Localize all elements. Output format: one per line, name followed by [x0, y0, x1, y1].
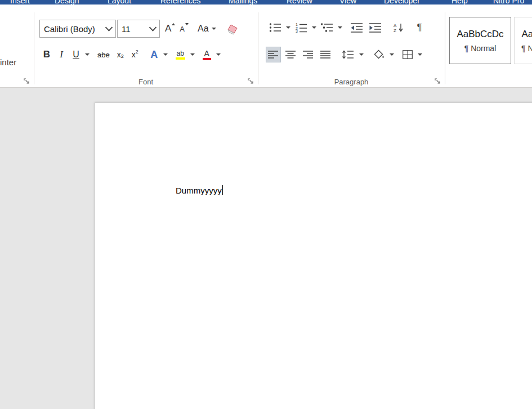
bullets-button[interactable]	[267, 20, 284, 35]
dialog-launcher-icon	[435, 78, 441, 84]
font-color-letter: A	[204, 50, 209, 57]
tab-help[interactable]: Help	[451, 0, 468, 5]
line-spacing-dropdown-arrow-icon[interactable]	[359, 53, 364, 56]
italic-button[interactable]: I	[55, 47, 68, 62]
tab-insert[interactable]: Insert	[10, 0, 30, 5]
text-effects-dropdown-arrow-icon[interactable]	[163, 53, 168, 56]
subscript-button[interactable]: x2	[114, 47, 127, 62]
style-name: ¶ No Spacing	[521, 44, 532, 53]
numbered-list-icon: 123	[295, 23, 307, 33]
font-color-bar	[203, 58, 211, 60]
text-highlight-button[interactable]: ab	[173, 47, 187, 62]
svg-text:Z: Z	[394, 28, 396, 33]
tab-references[interactable]: References	[160, 0, 201, 5]
paragraph-group-label: Paragraph	[258, 78, 445, 86]
style-name: ¶ Normal	[464, 44, 497, 53]
highlight-letters: ab	[177, 50, 184, 57]
chevron-down-icon[interactable]	[146, 26, 159, 32]
shrink-font-button[interactable]: A	[177, 21, 191, 37]
tab-review[interactable]: Review	[287, 0, 312, 5]
multilevel-list-icon	[321, 23, 333, 33]
chevron-down-icon[interactable]	[102, 26, 115, 32]
clipboard-dialog-launcher[interactable]	[23, 78, 30, 84]
paragraph-dialog-launcher[interactable]	[434, 78, 441, 84]
multilevel-list-button[interactable]	[319, 20, 336, 35]
shading-button[interactable]	[371, 47, 387, 62]
eraser-icon	[226, 23, 239, 35]
line-spacing-button[interactable]	[339, 47, 356, 62]
show-paragraph-marks-button[interactable]: ¶	[413, 20, 426, 35]
subscript-base-letter: x	[117, 50, 121, 59]
bullets-dropdown-arrow-icon[interactable]	[286, 26, 290, 29]
ribbon-tab-bar: Insert Design Layout References Mailings…	[0, 0, 532, 5]
font-dialog-launcher[interactable]	[247, 78, 254, 84]
underline-letter: U	[73, 50, 79, 60]
sort-button[interactable]: AZ	[391, 20, 406, 35]
bold-letter: B	[43, 49, 50, 60]
change-case-dropdown-arrow-icon[interactable]	[212, 28, 216, 30]
tab-developer[interactable]: Developer	[384, 0, 420, 5]
strikethrough-letters: abe	[97, 51, 110, 59]
justify-icon	[320, 50, 331, 59]
font-group-label: Font	[34, 78, 258, 86]
sort-az-icon: AZ	[393, 23, 404, 33]
tab-view[interactable]: View	[339, 0, 356, 5]
underline-button[interactable]: U	[70, 47, 82, 62]
tab-nitro-pro[interactable]: Nitro Pro	[493, 0, 524, 5]
justify-button[interactable]	[318, 47, 333, 62]
change-case-button[interactable]: Aa	[195, 21, 211, 37]
align-right-button[interactable]	[301, 47, 316, 62]
font-color-dropdown-arrow-icon[interactable]	[216, 53, 221, 56]
borders-dropdown-arrow-icon[interactable]	[418, 53, 422, 56]
align-center-button[interactable]	[283, 47, 298, 62]
highlight-color-bar	[176, 57, 185, 60]
shading-dropdown-arrow-icon[interactable]	[390, 53, 394, 56]
font-size-combobox[interactable]: 11	[117, 20, 160, 38]
document-page[interactable]: Dummyyyyy	[95, 102, 532, 409]
bold-button[interactable]: B	[41, 47, 53, 62]
caret-up-icon	[172, 23, 175, 25]
clipboard-group: inter	[0, 5, 34, 87]
numbering-dropdown-arrow-icon[interactable]	[312, 26, 316, 29]
text-cursor	[222, 185, 223, 195]
clear-formatting-button[interactable]	[223, 21, 242, 37]
paragraph-group: 123	[258, 5, 445, 87]
format-painter-label-partial[interactable]: inter	[0, 57, 16, 67]
styles-group: AaBbCcDc ¶ Normal AaBbCcDc ¶ No Spacing	[445, 5, 532, 87]
underline-dropdown-arrow-icon[interactable]	[85, 53, 90, 56]
grow-font-button[interactable]: A	[163, 21, 177, 37]
strikethrough-button[interactable]: abe	[95, 47, 112, 62]
tab-layout[interactable]: Layout	[108, 0, 131, 5]
style-preview-text: AaBbCcDc	[521, 29, 532, 40]
subscript-small-digit: 2	[121, 53, 124, 59]
decrease-indent-button[interactable]	[348, 20, 365, 35]
style-card-normal[interactable]: AaBbCcDc ¶ Normal	[449, 17, 511, 64]
superscript-button[interactable]: x2	[129, 47, 141, 62]
font-group: Calibri (Body) 11 A A Aa	[34, 5, 258, 87]
change-case-letters: Aa	[198, 24, 209, 34]
highlight-dropdown-arrow-icon[interactable]	[190, 53, 195, 56]
increase-indent-button[interactable]	[367, 20, 384, 35]
tab-design[interactable]: Design	[55, 0, 79, 5]
superscript-small-digit: 2	[136, 49, 138, 55]
numbering-button[interactable]: 123	[293, 20, 310, 35]
font-color-button[interactable]: A	[200, 47, 213, 62]
ribbon: inter Calibri (Body) 11 A	[0, 5, 532, 88]
italic-letter: I	[60, 49, 63, 60]
document-canvas: Dummyyyyy	[0, 88, 532, 409]
bulleted-list-icon	[269, 23, 281, 33]
multilevel-dropdown-arrow-icon[interactable]	[338, 26, 342, 29]
text-effects-button[interactable]: A	[148, 47, 160, 62]
font-name-combobox[interactable]: Calibri (Body)	[39, 20, 116, 38]
shrink-font-letter: A	[180, 25, 185, 33]
style-card-no-spacing[interactable]: AaBbCcDc ¶ No Spacing	[514, 17, 532, 64]
grow-font-letter: A	[165, 23, 171, 34]
borders-button[interactable]	[400, 47, 415, 62]
align-left-button[interactable]	[266, 47, 281, 62]
svg-text:3: 3	[296, 29, 298, 33]
superscript-base-letter: x	[132, 50, 136, 59]
tab-mailings[interactable]: Mailings	[229, 0, 257, 5]
style-preview-text: AaBbCcDc	[457, 29, 503, 40]
font-size-value: 11	[122, 24, 131, 34]
line-spacing-icon	[342, 50, 354, 59]
